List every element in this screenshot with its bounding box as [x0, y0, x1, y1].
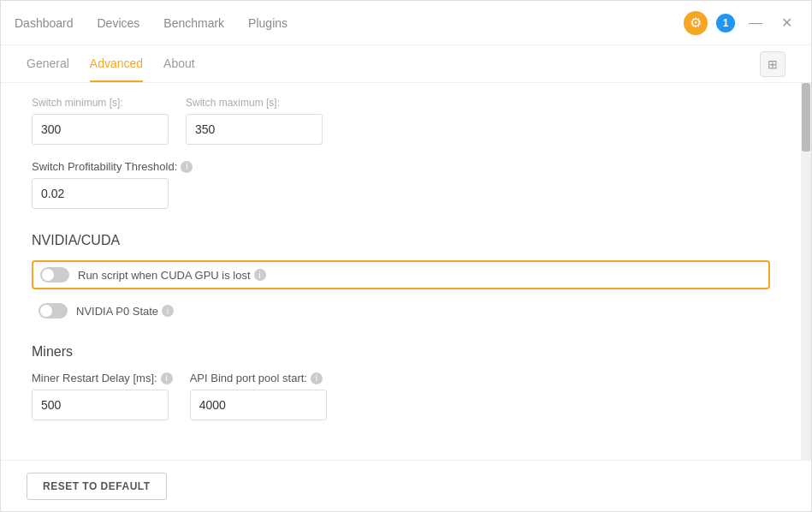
- api-bind-input[interactable]: [190, 390, 327, 420]
- nvidia-p0-row: NVIDIA P0 State i: [32, 298, 770, 324]
- close-button[interactable]: ✕: [776, 13, 797, 33]
- content-area: Switch minimum [s]: Switch maximum [s]:: [1, 83, 811, 460]
- bottom-bar: RESET TO DEFAULT: [1, 460, 811, 511]
- nvidia-p0-label-text: NVIDIA P0 State: [76, 305, 158, 318]
- nav-benchmark[interactable]: Benchmark: [163, 16, 224, 30]
- api-bind-label: API Bind port pool start: i: [190, 372, 327, 384]
- run-script-label: Run script when CUDA GPU is lost i: [78, 269, 266, 282]
- reset-to-default-button[interactable]: RESET TO DEFAULT: [27, 473, 167, 500]
- nvidia-section-heading: NVIDIA/CUDA: [32, 233, 770, 248]
- miners-section-heading: Miners: [32, 344, 770, 360]
- miner-restart-info-icon[interactable]: i: [161, 372, 173, 384]
- miner-restart-input[interactable]: [32, 390, 169, 420]
- api-bind-label-text: API Bind port pool start:: [190, 372, 307, 384]
- scrollbar-track[interactable]: [801, 83, 811, 460]
- nav-dashboard[interactable]: Dashboard: [15, 16, 74, 30]
- run-script-slider: [40, 267, 69, 283]
- api-bind-info-icon[interactable]: i: [311, 372, 323, 384]
- switch-max-label: Switch maximum [s]:: [186, 97, 323, 109]
- switch-min-input[interactable]: [32, 114, 169, 145]
- titlebar-actions: ⚙ 1 — ✕: [684, 11, 797, 35]
- profitability-info-icon[interactable]: i: [181, 161, 193, 173]
- app-window: Dashboard Devices Benchmark Plugins ⚙ 1 …: [0, 0, 812, 512]
- nvidia-p0-info-icon[interactable]: i: [162, 305, 174, 317]
- minimize-button[interactable]: —: [744, 14, 768, 33]
- nav-devices[interactable]: Devices: [98, 16, 140, 30]
- run-script-row: Run script when CUDA GPU is lost i: [32, 260, 770, 289]
- tabbar: General Advanced About ⊞: [1, 45, 811, 83]
- switch-min-label: Switch minimum [s]:: [32, 97, 169, 109]
- miner-restart-label-text: Miner Restart Delay [ms]:: [32, 372, 157, 384]
- switch-minmax-row: Switch minimum [s]: Switch maximum [s]:: [32, 97, 770, 145]
- switch-minmax-section: Switch minimum [s]: Switch maximum [s]:: [32, 97, 770, 145]
- switch-max-group: Switch maximum [s]:: [186, 97, 323, 145]
- miner-restart-group: Miner Restart Delay [ms]: i: [32, 372, 173, 420]
- api-bind-group: API Bind port pool start: i: [190, 372, 327, 420]
- tabs: General Advanced About: [27, 45, 195, 82]
- tab-about[interactable]: About: [163, 45, 195, 82]
- tab-advanced[interactable]: Advanced: [90, 45, 143, 82]
- run-script-label-text: Run script when CUDA GPU is lost: [78, 269, 251, 282]
- scroll-content[interactable]: Switch minimum [s]: Switch maximum [s]:: [1, 83, 801, 460]
- nvidia-p0-label: NVIDIA P0 State i: [76, 305, 174, 318]
- profitability-input[interactable]: [32, 178, 169, 209]
- notification-badge[interactable]: 1: [716, 14, 735, 33]
- tab-icon-button[interactable]: ⊞: [760, 51, 785, 77]
- nvidia-p0-slider: [39, 303, 68, 319]
- nav-plugins[interactable]: Plugins: [248, 16, 287, 30]
- run-script-toggle[interactable]: [40, 267, 69, 283]
- profitability-label-text: Switch Profitability Threshold:: [32, 160, 177, 173]
- main-nav: Dashboard Devices Benchmark Plugins: [15, 16, 287, 30]
- settings-icon[interactable]: ⚙: [684, 11, 708, 35]
- titlebar: Dashboard Devices Benchmark Plugins ⚙ 1 …: [1, 1, 811, 45]
- profitability-group: Switch Profitability Threshold: i: [32, 160, 770, 209]
- nvidia-p0-toggle[interactable]: [39, 303, 68, 319]
- bottom-spacer: [32, 436, 770, 460]
- scrollbar-thumb[interactable]: [802, 83, 810, 152]
- switch-min-label-text: Switch minimum [s]:: [32, 97, 123, 109]
- miners-row: Miner Restart Delay [ms]: i API Bind por…: [32, 372, 770, 420]
- switch-min-group: Switch minimum [s]:: [32, 97, 169, 145]
- switch-max-input[interactable]: [186, 114, 323, 145]
- miner-restart-label: Miner Restart Delay [ms]: i: [32, 372, 173, 384]
- run-script-info-icon[interactable]: i: [254, 269, 266, 281]
- profitability-label: Switch Profitability Threshold: i: [32, 160, 770, 173]
- switch-max-label-text: Switch maximum [s]:: [186, 97, 280, 109]
- tab-general[interactable]: General: [27, 45, 69, 82]
